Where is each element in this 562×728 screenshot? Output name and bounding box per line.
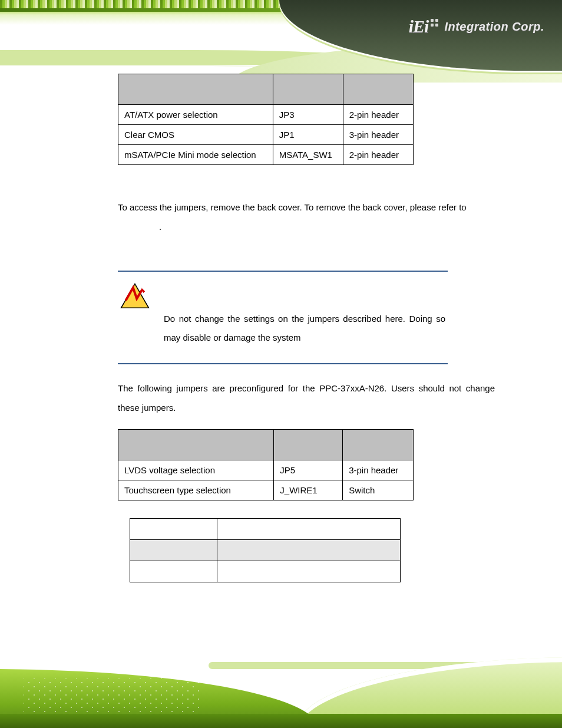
brand-logo-dots-icon: [431, 19, 438, 27]
jumper-table-main: AT/ATX power selection JP3 2-pin header …: [118, 74, 414, 165]
cell-desc: AT/ATX power selection: [118, 105, 273, 125]
para-access-jumpers-part1: To access the jumpers, remove the back c…: [118, 202, 467, 212]
footer-dots-pattern: [24, 678, 200, 714]
cell-type: 2-pin header: [343, 145, 413, 165]
cell-type: Switch: [343, 480, 414, 500]
page-footer-banner: [0, 651, 562, 728]
brand-logo-main: iEi: [409, 17, 429, 37]
table-row: [130, 561, 401, 582]
footer-bottom-bar: [0, 714, 562, 728]
brand-logo-text: iEi: [409, 17, 439, 37]
th-label: [274, 430, 343, 460]
warning-body: Do not change the settings on the jumper…: [118, 272, 448, 363]
cell-type: 3-pin header: [343, 125, 413, 145]
cell-label: JP5: [274, 460, 343, 480]
para-access-jumpers: To access the jumpers, remove the back c…: [118, 197, 495, 236]
cell-desc: LVDS voltage selection: [118, 460, 274, 480]
brand-logo-area: iEi Integration Corp.: [409, 17, 544, 37]
table-header-row: [118, 430, 414, 460]
th-type: [343, 430, 414, 460]
cell-blank: [130, 561, 217, 582]
th-blank-1: [130, 519, 217, 540]
cell-desc: Clear CMOS: [118, 125, 273, 145]
th-label: [273, 74, 343, 105]
brand-tagline: Integration Corp.: [444, 20, 544, 34]
th-type: [343, 74, 413, 105]
cell-label: MSATA_SW1: [273, 145, 343, 165]
para-preconfigured-jumpers: The following jumpers are preconfigured …: [118, 378, 495, 417]
table-row: Touchscreen type selection J_WIRE1 Switc…: [118, 480, 414, 500]
warning-separator-bottom: [118, 363, 448, 364]
table-header-row: [118, 74, 414, 105]
cell-desc: Touchscreen type selection: [118, 480, 274, 500]
cell-type: 2-pin header: [343, 105, 413, 125]
cell-label: JP1: [273, 125, 343, 145]
warning-icon: [120, 282, 150, 309]
table-row: Clear CMOS JP1 3-pin header: [118, 125, 414, 145]
para-access-jumpers-part2: .: [159, 222, 161, 232]
page-content: AT/ATX power selection JP3 2-pin header …: [118, 74, 495, 582]
cell-label: J_WIRE1: [274, 480, 343, 500]
table-row: AT/ATX power selection JP3 2-pin header: [118, 105, 414, 125]
cell-blank: [217, 561, 401, 582]
cell-desc: mSATA/PCIe Mini mode selection: [118, 145, 273, 165]
table-row: LVDS voltage selection JP5 3-pin header: [118, 460, 414, 480]
table-row: mSATA/PCIe Mini mode selection MSATA_SW1…: [118, 145, 414, 165]
warning-text: Do not change the settings on the jumper…: [164, 282, 445, 347]
table-row: [130, 540, 401, 561]
jumper-table-preconfigured: LVDS voltage selection JP5 3-pin header …: [118, 429, 414, 500]
warning-box: Do not change the settings on the jumper…: [118, 271, 448, 364]
page-header-banner: iEi Integration Corp.: [0, 0, 562, 83]
empty-two-col-table: [130, 518, 401, 582]
cell-type: 3-pin header: [343, 460, 414, 480]
th-description: [118, 430, 274, 460]
th-description: [118, 74, 273, 105]
cell-blank: [217, 540, 401, 561]
table-header-row: [130, 519, 401, 540]
cell-label: JP3: [273, 105, 343, 125]
th-blank-2: [217, 519, 401, 540]
cell-blank: [130, 540, 217, 561]
